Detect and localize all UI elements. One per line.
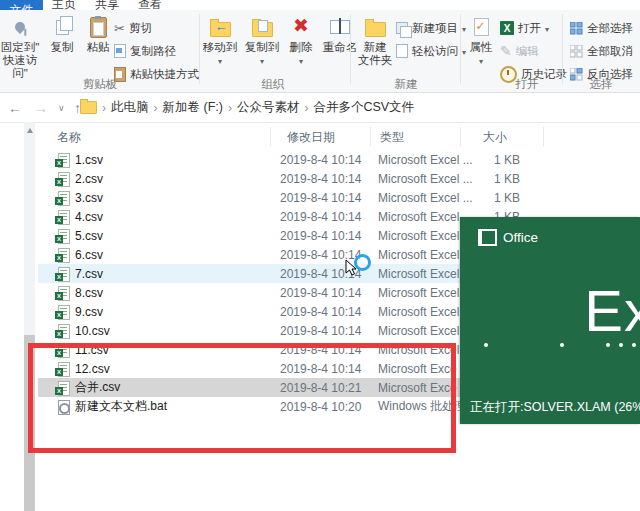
file-date-modified: 2019-8-4 10:14 — [280, 150, 361, 169]
column-header-size[interactable]: 大小 — [483, 129, 507, 146]
button-label: 全部取消 — [587, 44, 633, 59]
office-logo: Office — [478, 229, 538, 246]
dropdown-caret-icon — [479, 54, 483, 66]
tab-view[interactable]: 查看 — [138, 0, 162, 10]
invert-selection-grid-icon — [570, 68, 583, 81]
button-label: 移动到 — [200, 41, 240, 54]
copy-button[interactable]: 复制 — [44, 13, 80, 54]
button-label: 复制到 — [242, 41, 282, 54]
loading-dot — [619, 343, 623, 347]
new-item-button[interactable]: 新建项目 — [396, 18, 466, 38]
file-name: 10.csv — [75, 324, 110, 338]
excel-splash-screen: Office Ex 正在打开:SOLVER.XLAM (26%) — [460, 217, 640, 424]
edit-button[interactable]: 编辑 — [500, 41, 539, 61]
column-header-type[interactable]: 类型 — [380, 129, 404, 146]
move-to-folder-icon — [210, 22, 231, 37]
tab-file[interactable]: 文件 — [0, 0, 43, 10]
busy-spinner-icon — [354, 254, 371, 271]
move-to-button[interactable]: 移动到 — [200, 13, 240, 68]
office-box-icon — [478, 229, 497, 246]
file-name: 6.csv — [75, 248, 103, 262]
folder-icon — [80, 101, 97, 114]
select-none-button[interactable]: 全部取消 — [570, 41, 633, 61]
button-label: 剪切 — [129, 21, 152, 36]
loading-dot — [484, 343, 488, 347]
loading-dot — [606, 343, 610, 347]
excel-csv-file-icon: X — [55, 267, 69, 281]
button-label: 属性 — [464, 41, 498, 54]
back-button[interactable]: ← — [8, 93, 22, 122]
forward-button[interactable]: → — [34, 93, 48, 122]
pin-to-quick-access-button[interactable]: 固定到" 快速访问" — [0, 13, 40, 80]
cut-button[interactable]: 剪切 — [114, 18, 152, 38]
annotation-highlight-box — [28, 343, 456, 453]
file-name: 9.csv — [75, 305, 103, 319]
delete-x-icon — [293, 19, 309, 35]
address-bar: ← → ∨ ↑ › 此电脑 › 新加卷 (F:) › 公众号素材 › 合并多个C… — [0, 93, 640, 123]
breadcrumb-item[interactable]: 合并多个CSV文件 — [313, 99, 414, 116]
copy-to-button[interactable]: 复制到 — [242, 13, 282, 68]
excel-csv-file-icon: X — [55, 286, 69, 300]
delete-button[interactable]: 删除 — [284, 13, 318, 68]
breadcrumb-separator: › — [154, 101, 158, 115]
copy-to-folder-icon — [252, 22, 273, 37]
group-separator — [562, 14, 563, 84]
paste-button[interactable]: 粘贴 — [80, 13, 116, 54]
file-name: 3.csv — [75, 191, 103, 205]
paste-shortcut-button[interactable]: 粘贴快捷方式 — [114, 64, 199, 84]
file-name: 7.csv — [75, 267, 103, 281]
button-label: 复制路径 — [130, 44, 176, 59]
column-separator[interactable] — [370, 127, 371, 146]
file-name-cell: X10.csv — [55, 321, 110, 340]
file-name: 4.csv — [75, 210, 103, 224]
excel-csv-file-icon: X — [55, 172, 69, 186]
file-name-cell: X4.csv — [55, 207, 103, 226]
properties-check-icon — [474, 18, 489, 36]
open-button[interactable]: 打开 — [500, 18, 549, 38]
file-date-modified: 2019-8-4 10:14 — [280, 207, 361, 226]
copy-path-button[interactable]: 复制路径 — [114, 41, 176, 61]
button-label: 粘贴快捷方式 — [130, 67, 199, 82]
button-label: 快速访问" — [0, 54, 40, 80]
excel-csv-file-icon: X — [55, 305, 69, 319]
column-separator[interactable] — [460, 127, 461, 146]
select-all-button[interactable]: 全部选择 — [570, 18, 633, 38]
breadcrumb-separator: › — [228, 101, 232, 115]
select-none-grid-icon — [570, 45, 583, 58]
file-date-modified: 2019-8-4 10:14 — [280, 226, 361, 245]
button-label: 固定到" — [0, 41, 40, 54]
file-name-cell: X5.csv — [55, 226, 103, 245]
office-brand-text: Office — [503, 230, 538, 245]
easy-access-button[interactable]: 轻松访问 — [396, 41, 466, 61]
file-row[interactable]: X1.csv2019-8-4 10:14Microsoft Excel ...1… — [38, 150, 640, 169]
ribbon: 固定到" 快速访问" 复制 粘贴 剪切 复制路径 粘贴快捷方式 剪贴板 移动到 — [0, 10, 640, 93]
new-folder-icon — [365, 22, 386, 37]
breadcrumb-separator: › — [102, 101, 106, 115]
scissors-icon — [114, 21, 125, 36]
dropdown-caret-icon — [299, 54, 303, 66]
group-label-open: 打开 — [516, 77, 539, 92]
group-label-organize: 组织 — [262, 77, 285, 92]
file-explorer-window: 文件 主页 共享 查看 固定到" 快速访问" 复制 粘贴 剪切 复制路径 — [0, 0, 640, 511]
pushpin-icon — [13, 20, 27, 34]
scrollbar-up-arrow-icon[interactable] — [27, 128, 33, 133]
file-row[interactable]: X2.csv2019-8-4 10:14Microsoft Excel ...1… — [38, 169, 640, 188]
excel-app-name-partial: Ex — [584, 277, 640, 344]
breadcrumb-item[interactable]: 公众号素材 — [237, 99, 300, 116]
dropdown-caret-icon — [260, 54, 264, 66]
column-header-name[interactable]: 名称 — [57, 129, 81, 146]
recent-locations-caret-icon[interactable]: ∨ — [58, 93, 65, 122]
column-separator[interactable] — [270, 127, 271, 146]
pencil-icon — [500, 43, 512, 59]
column-header-date[interactable]: 修改日期 — [287, 129, 335, 146]
breadcrumb-item[interactable]: 新加卷 (F:) — [163, 99, 223, 116]
tab-share[interactable]: 共享 — [95, 0, 119, 10]
file-row[interactable]: X3.csv2019-8-4 10:14Microsoft Excel ...1… — [38, 188, 640, 207]
button-label: 复制 — [44, 41, 80, 54]
column-separator[interactable] — [543, 127, 544, 146]
button-label: 编辑 — [516, 44, 539, 59]
properties-button[interactable]: 属性 — [464, 13, 498, 68]
tab-home[interactable]: 主页 — [52, 0, 76, 10]
breadcrumb-item[interactable]: 此电脑 — [111, 99, 149, 116]
new-folder-button[interactable]: 新建 文件夹 — [354, 13, 396, 67]
